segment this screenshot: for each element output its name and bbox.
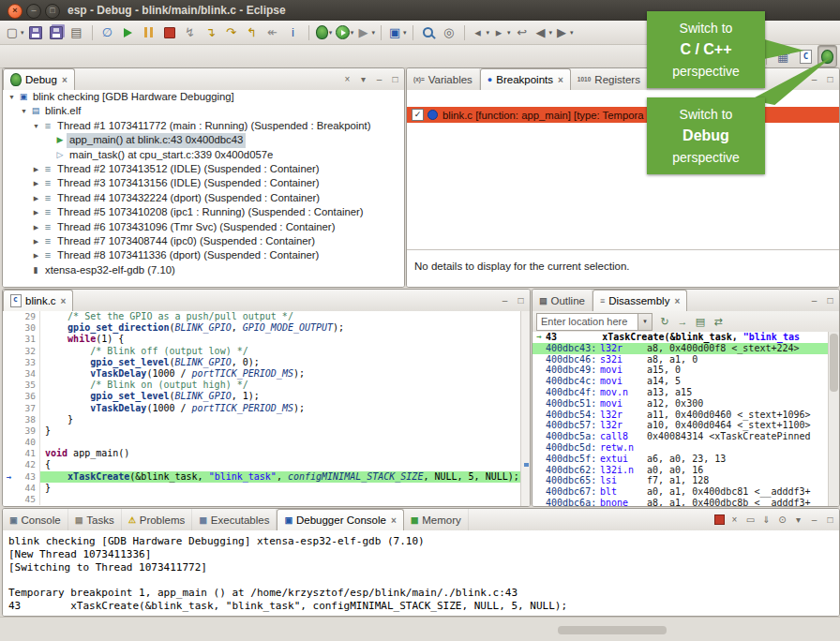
location-combo[interactable]: Enter location here ▾ (536, 313, 652, 331)
window-minimize-button[interactable]: – (26, 4, 41, 19)
disassembly-row[interactable]: 400dbc62:l32i.na0, a0, 16 (532, 465, 829, 476)
step-return-button[interactable]: ↰ (243, 23, 262, 42)
window-close-button[interactable]: × (8, 4, 22, 19)
editor-line[interactable]: 39} (3, 425, 530, 437)
overview-ruler[interactable] (520, 311, 530, 506)
skip-all-breakpoints-button[interactable]: ∅ (98, 23, 117, 42)
maximize-icon[interactable]: □ (389, 74, 401, 84)
disconnect-button[interactable]: ↯ (181, 23, 200, 42)
editor-line[interactable]: 45 (3, 494, 530, 505)
disassembly-row[interactable]: 400dbc51:movia12, 0x300 (532, 398, 829, 410)
clear-icon[interactable]: ▭ (744, 514, 757, 525)
vertical-scrollbar[interactable] (828, 332, 839, 506)
disassembly-row[interactable]: 400dbc65:lsif7, a1, 128 (532, 475, 829, 486)
debug-tree-item[interactable]: ▶≡Thread #6 1073431096 (Tmr Svc) (Suspen… (3, 220, 404, 234)
sync-icon[interactable]: ⇄ (711, 314, 726, 329)
tab-close-icon[interactable]: × (674, 296, 680, 306)
view-tab-problems[interactable]: ⚠Problems (122, 509, 193, 530)
view-tab-executables[interactable]: ▦Executables (192, 509, 277, 530)
minimize-icon[interactable]: – (373, 74, 385, 84)
annotation-mark[interactable] (524, 463, 529, 467)
locate-pc-icon[interactable]: → (675, 314, 690, 329)
drop-to-frame-button[interactable]: ↞ (263, 23, 282, 42)
minimize-icon[interactable]: – (808, 514, 820, 525)
debug-tree-item[interactable]: ▷main_task() at cpu_start.c:339 0x400d05… (3, 148, 404, 162)
view-tab-tasks[interactable]: ▤Tasks (68, 509, 122, 530)
disassembly-row[interactable]: 400dbc5a:call80x40084314 <xTaskCreatePin… (532, 431, 829, 442)
previous-annotation-button[interactable]: ◂▾ (471, 23, 490, 42)
editor-line[interactable]: 42{ (3, 459, 530, 470)
twisty-icon[interactable]: ▼ (31, 119, 41, 133)
twisty-icon[interactable]: ▶ (31, 248, 41, 262)
debug-tree-item[interactable]: ▼≡Thread #1 1073411772 (main : Running) … (3, 119, 404, 133)
suspend-button[interactable] (140, 23, 158, 42)
twisty-icon[interactable]: ▶ (31, 220, 41, 234)
debug-button[interactable]: ▾ (315, 23, 334, 42)
view-menu-icon[interactable]: ▾ (357, 74, 369, 84)
twisty-icon[interactable]: ▼ (19, 104, 29, 118)
maximize-icon[interactable]: □ (515, 295, 527, 306)
last-edit-location-button[interactable]: ↩ (513, 23, 532, 42)
remove-icon[interactable]: × (728, 514, 741, 525)
back-button[interactable]: ◀▾ (533, 23, 553, 42)
disassembly-row[interactable]: 400dbc67:blta0, a1, 0x400dbc81 <__adddf3… (532, 486, 829, 498)
debug-tree-item[interactable]: ▶≡Thread #5 1073410208 (ipc1 : Running) … (3, 205, 404, 219)
twisty-icon[interactable]: ▶ (31, 162, 41, 176)
tab-close-icon[interactable]: × (62, 75, 68, 85)
debug-tree-item[interactable]: ▶≡Thread #8 1073411336 (dport) (Suspende… (3, 248, 404, 262)
disassembly-row[interactable]: 400dbc5f:extuia6, a0, 23, 13 (532, 454, 829, 465)
editor-line[interactable]: 33 gpio_set_level(BLINK_GPIO, 0); (3, 357, 530, 368)
debug-tree-item[interactable]: ▶≡Thread #3 1073413156 (IDLE) (Suspended… (3, 176, 404, 190)
tab-close-icon[interactable]: × (391, 515, 397, 526)
pin-icon[interactable]: ⊙ (776, 514, 788, 525)
view-tab-registers[interactable]: 1010Registers (571, 68, 648, 90)
next-annotation-button[interactable]: ▸▾ (491, 23, 511, 42)
debug-tree-item[interactable]: ▶≡Thread #2 1073413512 (IDLE) (Suspended… (3, 162, 404, 176)
editor-tab-blink-c[interactable]: blink.c× (3, 290, 73, 311)
twisty-icon[interactable]: ▶ (31, 191, 41, 205)
debug-tree-item[interactable]: ▶≡Thread #7 1073408744 (ipc0) (Suspended… (3, 234, 404, 248)
editor-line[interactable]: 36 gpio_set_level(BLINK_GPIO, 1); (3, 391, 530, 402)
tab-close-icon[interactable]: × (558, 75, 563, 85)
editor-line[interactable]: 41void app_main() (3, 448, 530, 459)
step-into-button[interactable]: ↴ (202, 23, 220, 42)
scroll-lock-icon[interactable]: ⇓ (760, 514, 772, 525)
disassembly-row[interactable]: 400dbc54:l32ra11, 0x400d0460 <_stext+109… (532, 410, 829, 421)
forward-button[interactable]: ▶▾ (554, 23, 574, 42)
editor-line[interactable]: 31 while(1) { (3, 334, 530, 345)
new-wizard-button[interactable]: ▢▾ (5, 23, 24, 42)
disassembly-row[interactable]: 400dbc43:l32ra8, 0x400d00f8 <_stext+224> (532, 343, 829, 354)
print-button[interactable]: ▤ (68, 23, 86, 42)
open-element-button[interactable]: ◎ (440, 23, 458, 42)
breakpoint-row[interactable]: ✓ blink.c [function: app_main] [type: Te… (407, 107, 839, 123)
editor-line[interactable]: 32 /* Blink off (output low) */ (3, 346, 530, 357)
debug-tree-item[interactable]: ▼▤blink.elf (3, 104, 404, 118)
view-tab-breakpoints[interactable]: ●Breakpoints× (480, 68, 571, 90)
terminate-icon[interactable] (714, 514, 725, 525)
run-button[interactable]: ▾ (336, 23, 354, 42)
twisty-icon[interactable]: ▶ (31, 205, 41, 219)
editor-line[interactable]: →43 xTaskCreate(&blink_task, "blink_task… (3, 471, 530, 483)
location-input[interactable]: Enter location here (537, 316, 638, 327)
editor-line[interactable]: 37 vTaskDelay(1000 / portTICK_PERIOD_MS)… (3, 403, 530, 414)
terminate-button[interactable] (160, 23, 179, 42)
save-all-button[interactable] (47, 23, 66, 42)
window-maximize-button[interactable]: □ (45, 4, 60, 19)
horizontal-scrollbar[interactable] (558, 626, 667, 634)
twisty-icon[interactable]: ▶ (31, 234, 41, 248)
remove-terminated-icon[interactable]: × (341, 74, 353, 84)
editor-line[interactable]: 30 gpio_set_direction(BLINK_GPIO, GPIO_M… (3, 322, 530, 334)
search-button[interactable] (419, 23, 438, 42)
maximize-icon[interactable]: □ (824, 295, 836, 306)
debug-tree-item[interactable]: ▼▣blink checking [GDB Hardware Debugging… (3, 90, 404, 104)
minimize-icon[interactable]: – (499, 295, 511, 306)
minimize-icon[interactable]: – (808, 295, 820, 306)
external-tools-button[interactable]: ▶▾ (356, 23, 376, 42)
editor-line[interactable]: 35 /* Blink on (output high) */ (3, 380, 530, 391)
step-over-button[interactable]: ↷ (222, 23, 241, 42)
editor-line[interactable]: 34 vTaskDelay(1000 / portTICK_PERIOD_MS)… (3, 368, 530, 380)
view-tab-debugger-console[interactable]: ▣Debugger Console× (277, 509, 403, 530)
editor-line[interactable]: 44} (3, 483, 530, 494)
disassembly-row[interactable]: 400dbc5d:retw.n (532, 442, 829, 454)
resume-button[interactable] (119, 23, 138, 42)
